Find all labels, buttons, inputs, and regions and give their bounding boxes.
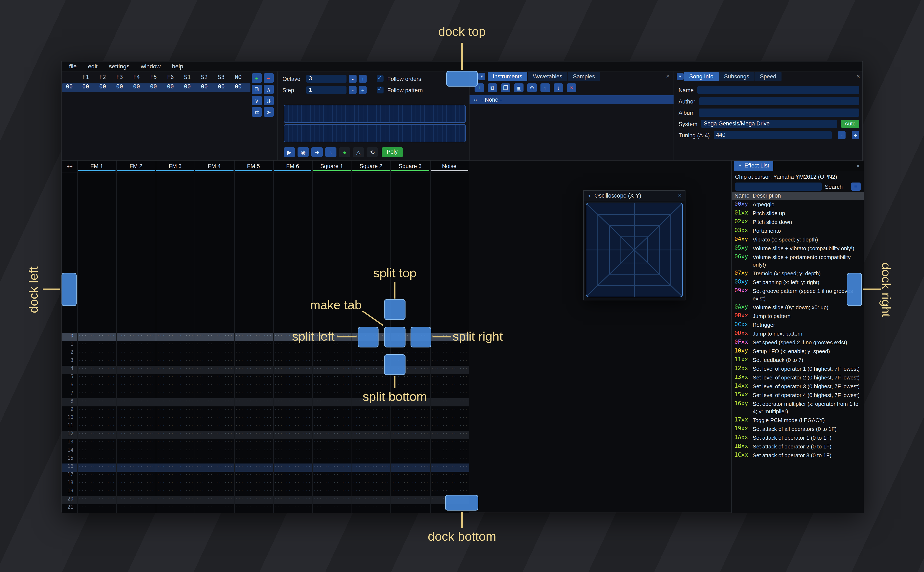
- pattern-cell[interactable]: ··· ·· ·· ···: [430, 398, 469, 406]
- pattern-cell[interactable]: ··· ·· ·· ···: [195, 423, 234, 431]
- pattern-cell[interactable]: ··· ·· ·· ···: [234, 455, 273, 463]
- order-cell[interactable]: 00: [213, 84, 230, 92]
- pattern-cell[interactable]: ··· ·· ·· ···: [430, 349, 469, 358]
- collapse-icon[interactable]: ▼: [738, 161, 742, 171]
- pattern-cell[interactable]: ··· ·· ·· ···: [430, 455, 469, 463]
- pattern-row[interactable]: 10··· ·· ·· ······ ·· ·· ······ ·· ·· ··…: [62, 415, 469, 423]
- tab-instruments[interactable]: Instruments: [488, 72, 527, 81]
- pattern-cell[interactable]: ··· ·· ·· ···: [430, 472, 469, 480]
- pattern-cell[interactable]: ··· ·· ·· ···: [390, 415, 430, 423]
- order-row[interactable]: 0000000000000000000000: [62, 84, 251, 92]
- pattern-cell[interactable]: ··· ·· ·· ···: [312, 358, 351, 366]
- pattern-cell[interactable]: ··· ·· ·· ···: [116, 333, 156, 341]
- pattern-cell[interactable]: ··· ·· ·· ···: [351, 423, 390, 431]
- pattern-expand-button[interactable]: ++: [62, 160, 77, 172]
- make-tab-target[interactable]: [384, 327, 405, 347]
- pattern-cell[interactable]: ··· ·· ·· ···: [156, 390, 195, 398]
- pattern-cell[interactable]: ··· ·· ·· ···: [156, 455, 195, 463]
- pattern-cell[interactable]: ··· ·· ·· ···: [390, 447, 430, 455]
- pattern-cell[interactable]: ··· ·· ·· ···: [390, 423, 430, 431]
- pattern-cell[interactable]: ··· ·· ·· ···: [430, 374, 469, 382]
- channel-header-noise[interactable]: Noise: [430, 160, 469, 172]
- pattern-cell[interactable]: ··· ·· ·· ···: [351, 431, 390, 439]
- pattern-cell[interactable]: ··· ·· ·· ···: [273, 415, 312, 423]
- order-cell[interactable]: 00: [145, 84, 162, 92]
- pattern-row[interactable]: 4··· ·· ·· ······ ·· ·· ······ ·· ·· ···…: [62, 366, 469, 374]
- channel-header-fm-3[interactable]: FM 3: [156, 160, 195, 172]
- pattern-cell[interactable]: ··· ·· ·· ···: [351, 496, 390, 504]
- pattern-cell[interactable]: ··· ·· ·· ···: [195, 374, 234, 382]
- pattern-cell[interactable]: ··· ·· ·· ···: [273, 463, 312, 472]
- order-move-up-button[interactable]: ∧: [263, 85, 274, 94]
- pattern-cell[interactable]: ··· ·· ·· ···: [77, 504, 116, 513]
- pattern-cell[interactable]: ··· ·· ·· ···: [156, 439, 195, 447]
- song-info-close-icon[interactable]: ×: [856, 73, 860, 80]
- pattern-cell[interactable]: ··· ·· ·· ···: [273, 406, 312, 415]
- pattern-cell[interactable]: ··· ·· ·· ···: [156, 398, 195, 406]
- pattern-cell[interactable]: ··· ·· ·· ···: [273, 439, 312, 447]
- pattern-cell[interactable]: ··· ·· ·· ···: [430, 480, 469, 488]
- pattern-row[interactable]: 2··· ·· ·· ······ ·· ·· ······ ·· ·· ···…: [62, 349, 469, 358]
- order-cell[interactable]: 00: [196, 84, 213, 92]
- pattern-cell[interactable]: ··· ·· ·· ···: [234, 431, 273, 439]
- poly-button[interactable]: Poly: [382, 148, 403, 157]
- pattern-cell[interactable]: ··· ·· ·· ···: [351, 406, 390, 415]
- system-input[interactable]: Sega Genesis/Mega Drive: [701, 120, 837, 128]
- channel-header-fm-1[interactable]: FM 1: [77, 160, 116, 172]
- pattern-cell[interactable]: ··· ·· ·· ···: [390, 431, 430, 439]
- step-decrease-button[interactable]: -: [349, 86, 357, 94]
- pattern-cell[interactable]: ··· ·· ·· ···: [116, 472, 156, 480]
- pattern-cell[interactable]: ··· ·· ·· ···: [234, 398, 273, 406]
- pattern-cell[interactable]: ··· ·· ·· ···: [195, 431, 234, 439]
- order-cell[interactable]: 00: [230, 84, 247, 92]
- pattern-cell[interactable]: ··· ·· ·· ···: [156, 488, 195, 496]
- pattern-cell[interactable]: ··· ·· ·· ···: [312, 423, 351, 431]
- instrument-delete-button[interactable]: ×: [567, 84, 576, 92]
- pattern-cell[interactable]: ··· ·· ·· ···: [195, 366, 234, 374]
- channel-header-square-3[interactable]: Square 3: [390, 160, 430, 172]
- pattern-cell[interactable]: ··· ·· ·· ···: [234, 374, 273, 382]
- tab-speed[interactable]: Speed: [755, 72, 781, 81]
- pattern-cell[interactable]: ··· ·· ·· ···: [156, 447, 195, 455]
- pattern-cell[interactable]: ··· ·· ·· ···: [195, 447, 234, 455]
- pattern-row[interactable]: 19··· ·· ·· ······ ·· ·· ······ ·· ·· ··…: [62, 488, 469, 496]
- pattern-cell[interactable]: ··· ·· ·· ···: [156, 472, 195, 480]
- pattern-cell[interactable]: ··· ·· ·· ···: [312, 349, 351, 358]
- pattern-cell[interactable]: ··· ·· ·· ···: [430, 358, 469, 366]
- pattern-cell[interactable]: ··· ·· ·· ···: [234, 463, 273, 472]
- pattern-row[interactable]: 13··· ·· ·· ······ ·· ·· ······ ·· ·· ··…: [62, 439, 469, 447]
- pattern-cell[interactable]: ··· ·· ·· ···: [430, 431, 469, 439]
- pattern-cell[interactable]: ··· ·· ·· ···: [156, 406, 195, 415]
- pattern-cell[interactable]: ··· ·· ·· ···: [312, 504, 351, 513]
- pattern-cell[interactable]: ··· ·· ·· ···: [116, 341, 156, 349]
- menu-help[interactable]: help: [166, 61, 189, 71]
- pattern-cell[interactable]: ··· ·· ·· ···: [77, 349, 116, 358]
- order-cell[interactable]: 00: [77, 84, 94, 92]
- pattern-cell[interactable]: ··· ·· ·· ···: [156, 374, 195, 382]
- pattern-cell[interactable]: ··· ·· ·· ···: [312, 439, 351, 447]
- order-row-index[interactable]: 00: [62, 84, 77, 92]
- pattern-cell[interactable]: ··· ·· ·· ···: [77, 366, 116, 374]
- oscilloscope-window[interactable]: ▼ Oscilloscope (X-Y) ×: [583, 190, 686, 300]
- pattern-cell[interactable]: ··· ·· ·· ···: [234, 341, 273, 349]
- pattern-cell[interactable]: ··· ·· ·· ···: [273, 455, 312, 463]
- pattern-cell[interactable]: ··· ·· ·· ···: [156, 480, 195, 488]
- instrument-move-up-button[interactable]: ↑: [541, 84, 550, 92]
- pattern-cell[interactable]: ··· ·· ·· ···: [273, 447, 312, 455]
- pattern-cell[interactable]: ··· ·· ·· ···: [77, 358, 116, 366]
- pattern-row[interactable]: 14··· ·· ·· ······ ·· ·· ······ ·· ·· ··…: [62, 447, 469, 455]
- pattern-cell[interactable]: ··· ·· ·· ···: [234, 382, 273, 390]
- order-cell[interactable]: 00: [179, 84, 196, 92]
- pattern-cell[interactable]: ··· ·· ·· ···: [156, 504, 195, 513]
- order-edit-mode-button[interactable]: ➤: [263, 107, 274, 117]
- pattern-row[interactable]: 16··· ·· ·· ······ ·· ·· ······ ·· ·· ··…: [62, 463, 469, 472]
- pattern-row[interactable]: 5··· ·· ·· ······ ·· ·· ······ ·· ·· ···…: [62, 374, 469, 382]
- pattern-cell[interactable]: ··· ·· ·· ···: [390, 463, 430, 472]
- piano-octave-row[interactable]: [284, 124, 466, 142]
- octave-input[interactable]: 3: [306, 75, 346, 83]
- pattern-cell[interactable]: ··· ·· ·· ···: [195, 504, 234, 513]
- pattern-cell[interactable]: ··· ·· ·· ···: [234, 406, 273, 415]
- pattern-cell[interactable]: ··· ·· ·· ···: [77, 455, 116, 463]
- oscilloscope-collapse-icon[interactable]: ▼: [587, 194, 591, 197]
- pattern-cell[interactable]: ··· ·· ·· ···: [312, 431, 351, 439]
